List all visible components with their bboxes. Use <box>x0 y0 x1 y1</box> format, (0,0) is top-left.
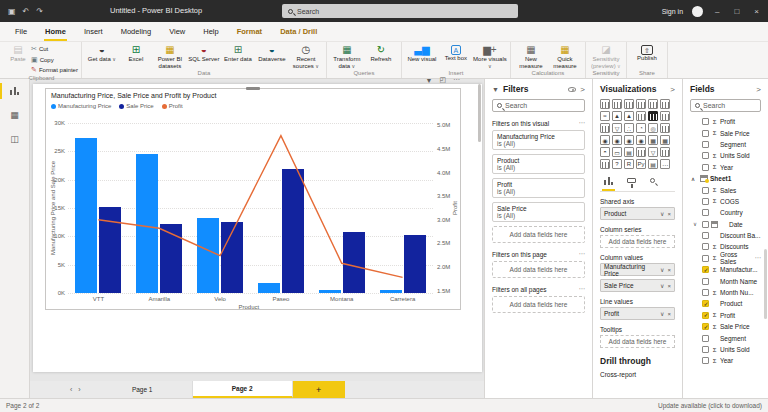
field-checkbox[interactable] <box>702 152 709 159</box>
eye-icon[interactable] <box>568 87 576 92</box>
field-checkbox[interactable] <box>702 130 709 137</box>
report-canvas-page[interactable]: ▼◰⋯ Manufacturing Price, Sale Price and … <box>33 84 482 372</box>
collapse-filters-icon[interactable]: > <box>580 85 585 94</box>
page-tab-page-1[interactable]: Page 1 <box>93 381 193 398</box>
field-row-manufactur[interactable]: ΣManufactur... <box>690 264 761 275</box>
format-painter-button[interactable]: ✎Format painter <box>31 66 78 74</box>
chevron-down-icon[interactable]: ∨ <box>660 282 664 289</box>
field-checkbox[interactable] <box>702 323 709 330</box>
field-pill-profit[interactable]: Profit∨× <box>600 307 675 320</box>
bar-manufacturing-price-carretera[interactable] <box>380 290 402 293</box>
field-row-year[interactable]: ΣYear <box>690 355 761 366</box>
table-icon[interactable]: ▦ <box>648 135 658 145</box>
qa-visual-icon[interactable]: ? <box>612 159 622 169</box>
clustered-column-chart-icon[interactable] <box>636 99 646 109</box>
quick-measure-button[interactable]: ▦Quick measure <box>548 43 582 69</box>
field-checkbox[interactable] <box>702 141 709 148</box>
add-data-fields-dropzone[interactable]: Add data fields here <box>600 335 675 348</box>
format-tab[interactable] <box>627 175 636 186</box>
field-row-units-sold[interactable]: ΣUnits Sold <box>690 344 761 355</box>
field-row-month-nu[interactable]: ΣMonth Nu... <box>690 287 761 298</box>
add-data-fields-dropzone[interactable]: Add data fields here <box>492 226 585 243</box>
add-data-fields-dropzone[interactable]: Add data fields here <box>492 296 585 313</box>
excel-button[interactable]: ⊞Excel <box>119 43 153 63</box>
more-options-icon[interactable]: ⋯ <box>579 285 586 293</box>
next-page-arrow[interactable]: › <box>78 386 80 393</box>
menu-tab-insert[interactable]: Insert <box>75 22 112 42</box>
field-checkbox[interactable] <box>702 278 709 285</box>
minimize-button[interactable]: – <box>712 7 722 16</box>
more-options-icon[interactable]: ⋯ <box>453 76 460 84</box>
fields-scrollbar[interactable] <box>764 249 767 319</box>
sql-server-button[interactable]: ◒SQL Server <box>187 43 221 63</box>
filled-map-icon[interactable]: ◉ <box>612 135 622 145</box>
field-row-sales[interactable]: ΣSales <box>690 184 761 195</box>
field-row-sale-price[interactable]: ΣSale Price <box>690 127 761 138</box>
menu-tab-view[interactable]: View <box>160 22 194 42</box>
field-pill-product[interactable]: Product∨× <box>600 207 675 220</box>
paginated-report-icon[interactable]: ▤ <box>648 159 658 169</box>
clustered-bar-chart-icon[interactable] <box>624 99 634 109</box>
menu-tab-format[interactable]: Format <box>228 22 271 42</box>
stacked-column-chart-icon[interactable] <box>612 99 622 109</box>
redo-icon[interactable]: ↷ <box>36 7 43 16</box>
collapse-fields-icon[interactable]: > <box>756 85 761 94</box>
canvas-scrollbar[interactable] <box>478 84 481 142</box>
field-checkbox[interactable] <box>702 255 709 262</box>
field-row-segment[interactable]: Segment <box>690 139 761 150</box>
stacked-area-chart-icon[interactable]: ▲ <box>624 111 634 121</box>
field-pill-sale-price[interactable]: Sale Price∨× <box>600 279 675 292</box>
combo-chart-visual[interactable]: ▼◰⋯ Manufacturing Price, Sale Price and … <box>45 88 461 310</box>
add-data-fields-dropzone[interactable]: Add data fields here <box>600 235 675 248</box>
menu-tab-file[interactable]: File <box>6 22 36 42</box>
menu-tab-data-drill[interactable]: Data / Drill <box>271 22 326 42</box>
report-view-button[interactable] <box>0 79 29 103</box>
avatar[interactable] <box>692 6 703 17</box>
legend-item-sale-price[interactable]: Sale Price <box>119 103 153 109</box>
more-options-icon[interactable]: ⋯ <box>579 250 586 258</box>
filter-card-profit[interactable]: Profitis (All) <box>492 178 585 198</box>
field-checkbox[interactable] <box>702 266 709 273</box>
prev-page-arrow[interactable]: ‹ <box>70 386 72 393</box>
power-bi-datasets-button[interactable]: ▦Power BI datasets <box>153 43 187 69</box>
visual-drag-grip[interactable] <box>246 87 260 90</box>
field-checkbox[interactable] <box>702 335 709 342</box>
chevron-down-icon[interactable]: ∨ <box>660 266 664 273</box>
get-data-button[interactable]: ◒Get data ∨ <box>85 43 119 63</box>
kpi-icon[interactable] <box>636 147 646 157</box>
field-row-month-name[interactable]: Month Name <box>690 275 761 286</box>
line-and-clustered-column-chart-icon[interactable] <box>648 111 658 121</box>
bar-manufacturing-price-amarilla[interactable] <box>136 154 158 293</box>
ribbon-chart-icon[interactable] <box>660 111 670 121</box>
field-checkbox[interactable] <box>702 289 709 296</box>
filter-icon[interactable]: ▼ <box>425 77 432 84</box>
field-row-sale-price[interactable]: ΣSale Price <box>690 321 761 332</box>
filter-card-manufacturing-price[interactable]: Manufacturing Priceis (All) <box>492 130 585 150</box>
area-chart-icon[interactable]: ▲ <box>612 111 622 121</box>
funnel-chart-icon[interactable]: ▽ <box>612 123 622 133</box>
enter-data-button[interactable]: ⊞Enter data <box>221 43 255 63</box>
field-row-gross-sales[interactable]: ΣGross Sales⋯ <box>690 253 761 264</box>
collapse-visualizations-icon[interactable]: > <box>670 85 675 94</box>
python-visual-icon[interactable]: Py <box>636 159 646 169</box>
line-chart-icon[interactable]: ≈ <box>600 111 610 121</box>
more-visuals-button[interactable]: ▆+More visuals ∨ <box>473 43 507 69</box>
analytics-tab[interactable] <box>650 175 655 186</box>
more-options-icon[interactable]: ⋯ <box>579 119 586 127</box>
donut-chart-icon[interactable]: ◎ <box>648 123 658 133</box>
expander-icon[interactable]: ∨ <box>693 221 699 227</box>
field-row-year[interactable]: ΣYear <box>690 162 761 173</box>
field-checkbox[interactable] <box>702 346 709 353</box>
bar-manufacturing-price-vtt[interactable] <box>75 138 97 293</box>
scatter-chart-icon[interactable]: ∴ <box>624 123 634 133</box>
text-box-button[interactable]: AText box <box>439 43 473 62</box>
page-tab-page-2[interactable]: Page 2 <box>193 381 293 398</box>
new-page-button[interactable]: + <box>293 381 345 398</box>
field-checkbox[interactable] <box>702 312 709 319</box>
key-influencers-icon[interactable] <box>660 147 670 157</box>
maximize-button[interactable]: □ <box>731 7 742 16</box>
menu-tab-modeling[interactable]: Modeling <box>112 22 160 42</box>
stacked-bar-chart-icon[interactable] <box>600 99 610 109</box>
map-icon[interactable]: ◉ <box>600 135 610 145</box>
remove-field-icon[interactable]: × <box>667 283 671 289</box>
